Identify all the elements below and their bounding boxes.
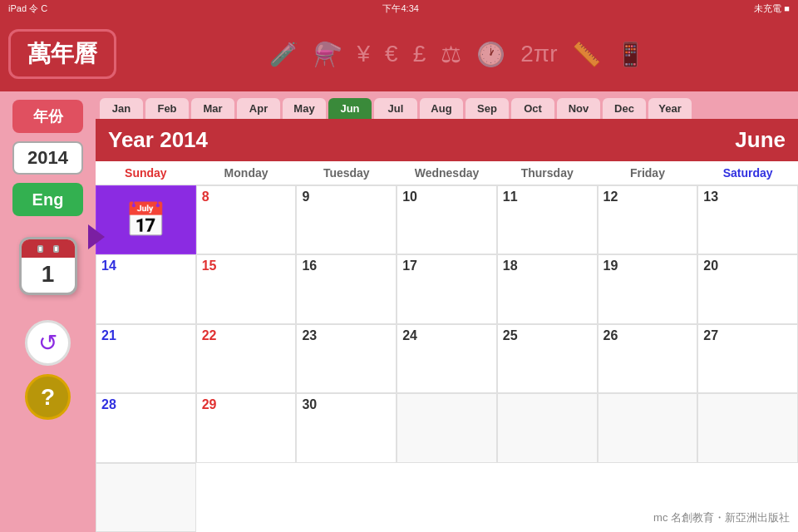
cal-cell-17[interactable]: 17 (397, 254, 497, 323)
day-header-sunday: Sunday (96, 161, 196, 185)
pound-icon: £ (413, 41, 426, 67)
cal-cell-16[interactable]: 16 (296, 254, 397, 323)
month-tab-year[interactable]: Year (648, 98, 692, 119)
status-left: iPad 令 C (8, 2, 47, 15)
cal-cell-18[interactable]: 18 (497, 254, 598, 323)
sidebar: 年份 2014 Eng 1 ↺ ? (0, 91, 96, 532)
day-header-friday: Friday (598, 161, 698, 185)
cal-cell-13[interactable]: 13 (697, 185, 798, 254)
app-header: 萬年曆 🧪 ⚗️ ¥ € £ ⚖ 🕐 2πr 📏 📱 (0, 17, 798, 91)
cal-cell-empty (598, 393, 698, 462)
day-header-saturday: Saturday (697, 161, 798, 185)
header-icons: 🧪 ⚗️ ¥ € £ ⚖ 🕐 2πr 📏 📱 (125, 41, 790, 68)
day-header-monday: Monday (196, 161, 297, 185)
cal-cell-9[interactable]: 9 (296, 185, 397, 254)
calendar-rings (37, 245, 59, 253)
cal-cell-empty (497, 393, 598, 462)
cal-cell-8[interactable]: 8 (196, 185, 297, 254)
cal-cell-empty (397, 393, 497, 462)
refresh-icon: ↺ (38, 329, 57, 357)
cal-cell-28[interactable]: 28 (96, 393, 196, 462)
cup-icon: 🧪 (269, 41, 298, 68)
month-tab-sep[interactable]: Sep (466, 98, 509, 119)
cal-cell-22[interactable]: 22 (196, 324, 297, 393)
calendar-day1-icon: 📅 (125, 200, 166, 239)
month-tab-may[interactable]: May (283, 98, 326, 119)
selected-day-number: 1 (42, 261, 55, 288)
calendar-year-title: Year 2014 (108, 127, 208, 153)
footer-brand: mc 名創教育・新亞洲出版社 (653, 510, 790, 525)
month-tab-feb[interactable]: Feb (145, 98, 189, 119)
cal-cell-27[interactable]: 27 (697, 324, 798, 393)
scale-icon: ⚖ (441, 41, 461, 68)
cal-cell-20[interactable]: 20 (697, 254, 798, 323)
cal-cell-1[interactable]: 📅 (96, 185, 196, 254)
day-header-thursday: Thursday (497, 161, 598, 185)
cal-cell-25[interactable]: 25 (497, 324, 598, 393)
ring-left (37, 245, 43, 253)
selected-week-pointer (88, 224, 105, 249)
language-button[interactable]: Eng (12, 183, 83, 216)
month-tab-jun[interactable]: Jun (328, 98, 372, 119)
brand-text: mc 名創教育・新亞洲出版社 (653, 510, 790, 525)
year-value-button[interactable]: 2014 (12, 141, 83, 175)
month-tab-aug[interactable]: Aug (420, 98, 463, 119)
help-icon: ? (41, 384, 55, 411)
day-header-wednesday: Wednesday (397, 161, 497, 185)
cal-cell-19[interactable]: 19 (598, 254, 698, 323)
month-tab-bar: JanFebMarAprMayJunJulAugSepOctNovDecYear (96, 91, 798, 119)
ruler-icon: 📏 (572, 41, 601, 68)
status-right: 未充電 ■ (754, 2, 790, 15)
calendar-month-title: June (735, 127, 786, 153)
calendar-grid: 📅891011121314151617181920212223242526272… (96, 185, 798, 532)
month-tab-mar[interactable]: Mar (191, 98, 234, 119)
calendar-icon-top (22, 239, 75, 258)
status-bar: iPad 令 C 下午4:34 未充電 ■ (0, 0, 798, 17)
cal-cell-23[interactable]: 23 (296, 324, 397, 393)
calendar-header: Year 2014 June (96, 119, 798, 161)
cal-cell-29[interactable]: 29 (196, 393, 297, 462)
cal-cell-21[interactable]: 21 (96, 324, 196, 393)
month-tab-jan[interactable]: Jan (100, 98, 143, 119)
month-tab-apr[interactable]: Apr (237, 98, 280, 119)
year-label-button[interactable]: 年份 (12, 100, 83, 133)
cal-cell-empty (96, 463, 196, 532)
main-calendar: JanFebMarAprMayJunJulAugSepOctNovDecYear… (96, 91, 798, 532)
status-time: 下午4:34 (382, 2, 418, 15)
pi-icon: 2πr (520, 41, 557, 67)
beaker-icon: ⚗️ (313, 41, 342, 68)
cal-cell-12[interactable]: 12 (598, 185, 698, 254)
month-tab-jul[interactable]: Jul (374, 98, 417, 119)
cal-cell-14[interactable]: 14 (96, 254, 196, 323)
cal-cell-empty (697, 393, 798, 462)
app-title: 萬年曆 (8, 29, 116, 79)
cal-cell-15[interactable]: 15 (196, 254, 297, 323)
cal-cell-26[interactable]: 26 (598, 324, 698, 393)
cal-cell-30[interactable]: 30 (296, 393, 397, 462)
yen-icon: ¥ (357, 41, 371, 67)
selected-date-display: 1 (19, 237, 77, 295)
tablet-icon: 📱 (616, 41, 645, 68)
month-tab-oct[interactable]: Oct (511, 98, 554, 119)
help-button[interactable]: ? (25, 374, 71, 420)
month-tab-nov[interactable]: Nov (557, 98, 600, 119)
euro-icon: € (385, 41, 398, 67)
month-tab-dec[interactable]: Dec (603, 98, 646, 119)
cal-cell-11[interactable]: 11 (497, 185, 598, 254)
day-header-tuesday: Tuesday (296, 161, 397, 185)
refresh-button[interactable]: ↺ (25, 320, 71, 366)
cal-cell-10[interactable]: 10 (397, 185, 497, 254)
clock-icon: 🕐 (476, 41, 505, 68)
cal-cell-24[interactable]: 24 (397, 324, 497, 393)
ring-right (53, 245, 59, 253)
day-headers: SundayMondayTuesdayWednesdayThursdayFrid… (96, 161, 798, 185)
